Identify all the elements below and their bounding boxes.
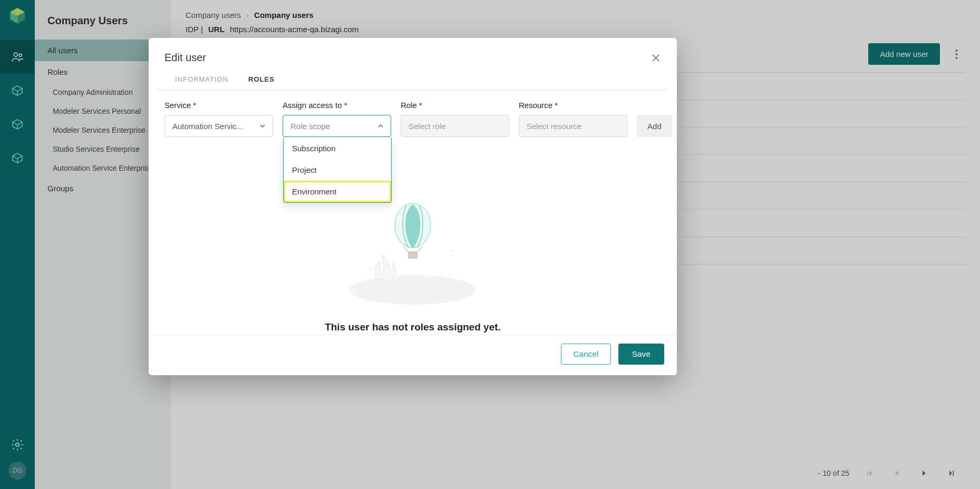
balloon-illustration-icon (339, 200, 487, 306)
add-role-button[interactable]: Add (637, 115, 672, 137)
scope-option-environment[interactable]: Environment (284, 181, 391, 202)
svg-rect-14 (409, 252, 417, 258)
tab-information[interactable]: INFORMATION (173, 71, 230, 90)
scope-option-subscription[interactable]: Subscription (284, 138, 391, 159)
edit-user-modal: Edit user INFORMATION ROLES Service * Au… (149, 38, 677, 375)
svg-point-15 (370, 268, 371, 269)
scope-select[interactable]: Role scope Subscription Project Environm… (283, 115, 391, 137)
save-button[interactable]: Save (618, 344, 664, 365)
chevron-up-icon (377, 122, 384, 130)
close-icon[interactable] (651, 53, 661, 63)
tab-roles[interactable]: ROLES (246, 71, 277, 90)
empty-title: This user has not roles assigned yet. (164, 321, 661, 333)
service-select-value: Automation Servic... (172, 122, 243, 131)
svg-point-12 (350, 275, 476, 305)
empty-state: This user has not roles assigned yet. Yo… (164, 137, 661, 335)
svg-point-17 (441, 278, 443, 280)
role-select-placeholder: Select role (409, 122, 446, 131)
scope-select-placeholder: Role scope (290, 122, 330, 131)
service-select[interactable]: Automation Servic... (164, 115, 273, 137)
scope-option-project[interactable]: Project (284, 159, 391, 181)
cancel-button[interactable]: Cancel (561, 344, 610, 365)
service-label: Service * (164, 101, 273, 110)
resource-select[interactable]: Select resource (519, 115, 627, 137)
svg-point-16 (452, 250, 453, 251)
role-select[interactable]: Select role (401, 115, 509, 137)
chevron-down-icon (259, 122, 266, 130)
modal-title: Edit user (164, 52, 206, 64)
scope-dropdown-list: Subscription Project Environment (283, 138, 392, 203)
role-label: Role * (401, 101, 509, 110)
scope-label: Assign access to * (283, 101, 391, 110)
resource-label: Resource * (519, 101, 627, 110)
resource-select-placeholder: Select resource (527, 122, 581, 131)
